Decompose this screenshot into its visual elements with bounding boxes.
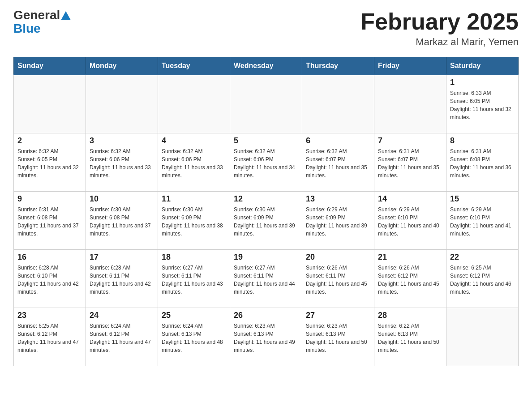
day-number: 25 xyxy=(162,311,226,320)
table-row: 16Sunrise: 6:28 AMSunset: 6:10 PMDayligh… xyxy=(14,249,86,308)
day-info: Sunrise: 6:23 AMSunset: 6:13 PMDaylight:… xyxy=(234,322,298,354)
day-info: Sunrise: 6:32 AMSunset: 6:06 PMDaylight:… xyxy=(162,147,226,180)
day-number: 21 xyxy=(378,253,442,262)
day-info: Sunrise: 6:30 AMSunset: 6:09 PMDaylight:… xyxy=(234,206,298,238)
table-row xyxy=(446,308,519,366)
table-row: 5Sunrise: 6:32 AMSunset: 6:06 PMDaylight… xyxy=(230,133,302,191)
day-number: 6 xyxy=(306,136,370,146)
col-header-friday: Friday xyxy=(374,57,446,75)
day-info: Sunrise: 6:25 AMSunset: 6:12 PMDaylight:… xyxy=(17,322,82,354)
day-number: 18 xyxy=(162,253,226,262)
day-number: 23 xyxy=(17,311,82,320)
day-info: Sunrise: 6:28 AMSunset: 6:11 PMDaylight:… xyxy=(90,264,154,296)
table-row: 23Sunrise: 6:25 AMSunset: 6:12 PMDayligh… xyxy=(14,308,86,366)
day-number: 11 xyxy=(162,194,226,204)
day-number: 7 xyxy=(378,136,442,146)
svg-marker-0 xyxy=(61,11,71,20)
table-row: 8Sunrise: 6:31 AMSunset: 6:08 PMDaylight… xyxy=(446,133,519,191)
day-info: Sunrise: 6:32 AMSunset: 6:06 PMDaylight:… xyxy=(90,147,154,180)
day-number: 1 xyxy=(450,78,515,87)
day-info: Sunrise: 6:24 AMSunset: 6:12 PMDaylight:… xyxy=(90,322,154,354)
table-row xyxy=(86,75,158,133)
location-title: Markaz al Marir, Yemen xyxy=(360,36,519,48)
table-row xyxy=(158,75,230,133)
day-info: Sunrise: 6:31 AMSunset: 6:08 PMDaylight:… xyxy=(450,147,515,180)
day-number: 16 xyxy=(17,253,82,262)
table-row: 24Sunrise: 6:24 AMSunset: 6:12 PMDayligh… xyxy=(86,308,158,366)
day-number: 12 xyxy=(234,194,298,204)
table-row: 27Sunrise: 6:23 AMSunset: 6:13 PMDayligh… xyxy=(302,308,374,366)
table-row: 10Sunrise: 6:30 AMSunset: 6:08 PMDayligh… xyxy=(86,191,158,249)
logo: General Blue xyxy=(13,9,71,35)
day-number: 28 xyxy=(378,311,442,320)
table-row: 22Sunrise: 6:25 AMSunset: 6:12 PMDayligh… xyxy=(446,249,519,308)
logo-blue: Blue xyxy=(13,22,41,35)
calendar-table: Sunday Monday Tuesday Wednesday Thursday… xyxy=(13,57,519,366)
day-info: Sunrise: 6:25 AMSunset: 6:12 PMDaylight:… xyxy=(450,264,515,296)
day-info: Sunrise: 6:29 AMSunset: 6:09 PMDaylight:… xyxy=(306,206,370,238)
table-row: 15Sunrise: 6:29 AMSunset: 6:10 PMDayligh… xyxy=(446,191,519,249)
table-row: 21Sunrise: 6:26 AMSunset: 6:12 PMDayligh… xyxy=(374,249,446,308)
day-info: Sunrise: 6:31 AMSunset: 6:07 PMDaylight:… xyxy=(378,147,442,180)
table-row xyxy=(374,75,446,133)
table-row: 7Sunrise: 6:31 AMSunset: 6:07 PMDaylight… xyxy=(374,133,446,191)
calendar-row: 16Sunrise: 6:28 AMSunset: 6:10 PMDayligh… xyxy=(14,249,519,308)
month-title: February 2025 xyxy=(360,9,519,34)
day-info: Sunrise: 6:27 AMSunset: 6:11 PMDaylight:… xyxy=(234,264,298,296)
table-row: 14Sunrise: 6:29 AMSunset: 6:10 PMDayligh… xyxy=(374,191,446,249)
day-info: Sunrise: 6:32 AMSunset: 6:05 PMDaylight:… xyxy=(17,147,82,180)
day-number: 8 xyxy=(450,136,515,146)
day-info: Sunrise: 6:30 AMSunset: 6:08 PMDaylight:… xyxy=(90,206,154,238)
day-number: 17 xyxy=(90,253,154,262)
day-number: 10 xyxy=(90,194,154,204)
calendar-row: 1Sunrise: 6:33 AMSunset: 6:05 PMDaylight… xyxy=(14,75,519,133)
day-number: 9 xyxy=(17,194,82,204)
day-number: 24 xyxy=(90,311,154,320)
day-number: 22 xyxy=(450,253,515,262)
day-info: Sunrise: 6:27 AMSunset: 6:11 PMDaylight:… xyxy=(162,264,226,296)
page-header: General Blue February 2025 Markaz al Mar… xyxy=(13,9,519,48)
title-block: February 2025 Markaz al Marir, Yemen xyxy=(360,9,519,48)
col-header-sunday: Sunday xyxy=(14,57,86,75)
day-number: 2 xyxy=(17,136,82,146)
calendar-row: 23Sunrise: 6:25 AMSunset: 6:12 PMDayligh… xyxy=(14,308,519,366)
calendar-row: 2Sunrise: 6:32 AMSunset: 6:05 PMDaylight… xyxy=(14,133,519,191)
table-row: 1Sunrise: 6:33 AMSunset: 6:05 PMDaylight… xyxy=(446,75,519,133)
day-info: Sunrise: 6:22 AMSunset: 6:13 PMDaylight:… xyxy=(378,322,442,354)
table-row: 3Sunrise: 6:32 AMSunset: 6:06 PMDaylight… xyxy=(86,133,158,191)
day-info: Sunrise: 6:23 AMSunset: 6:13 PMDaylight:… xyxy=(306,322,370,354)
day-info: Sunrise: 6:33 AMSunset: 6:05 PMDaylight:… xyxy=(450,89,515,121)
table-row: 11Sunrise: 6:30 AMSunset: 6:09 PMDayligh… xyxy=(158,191,230,249)
day-number: 14 xyxy=(378,194,442,204)
table-row: 28Sunrise: 6:22 AMSunset: 6:13 PMDayligh… xyxy=(374,308,446,366)
table-row: 17Sunrise: 6:28 AMSunset: 6:11 PMDayligh… xyxy=(86,249,158,308)
col-header-monday: Monday xyxy=(86,57,158,75)
day-info: Sunrise: 6:26 AMSunset: 6:12 PMDaylight:… xyxy=(378,264,442,296)
day-number: 19 xyxy=(234,253,298,262)
day-info: Sunrise: 6:31 AMSunset: 6:08 PMDaylight:… xyxy=(17,206,82,238)
col-header-wednesday: Wednesday xyxy=(230,57,302,75)
table-row: 26Sunrise: 6:23 AMSunset: 6:13 PMDayligh… xyxy=(230,308,302,366)
table-row xyxy=(302,75,374,133)
day-number: 15 xyxy=(450,194,515,204)
table-row: 12Sunrise: 6:30 AMSunset: 6:09 PMDayligh… xyxy=(230,191,302,249)
day-info: Sunrise: 6:29 AMSunset: 6:10 PMDaylight:… xyxy=(450,206,515,238)
day-number: 20 xyxy=(306,253,370,262)
day-number: 3 xyxy=(90,136,154,146)
table-row: 4Sunrise: 6:32 AMSunset: 6:06 PMDaylight… xyxy=(158,133,230,191)
table-row xyxy=(230,75,302,133)
day-info: Sunrise: 6:29 AMSunset: 6:10 PMDaylight:… xyxy=(378,206,442,238)
day-number: 4 xyxy=(162,136,226,146)
day-info: Sunrise: 6:32 AMSunset: 6:06 PMDaylight:… xyxy=(234,147,298,180)
table-row: 18Sunrise: 6:27 AMSunset: 6:11 PMDayligh… xyxy=(158,249,230,308)
day-info: Sunrise: 6:26 AMSunset: 6:11 PMDaylight:… xyxy=(306,264,370,296)
logo-general: General xyxy=(13,9,60,21)
col-header-saturday: Saturday xyxy=(446,57,519,75)
day-number: 27 xyxy=(306,311,370,320)
day-info: Sunrise: 6:24 AMSunset: 6:13 PMDaylight:… xyxy=(162,322,226,354)
logo-triangle-icon xyxy=(61,11,71,20)
calendar-row: 9Sunrise: 6:31 AMSunset: 6:08 PMDaylight… xyxy=(14,191,519,249)
day-info: Sunrise: 6:28 AMSunset: 6:10 PMDaylight:… xyxy=(17,264,82,296)
calendar-header-row: Sunday Monday Tuesday Wednesday Thursday… xyxy=(14,57,519,75)
col-header-thursday: Thursday xyxy=(302,57,374,75)
